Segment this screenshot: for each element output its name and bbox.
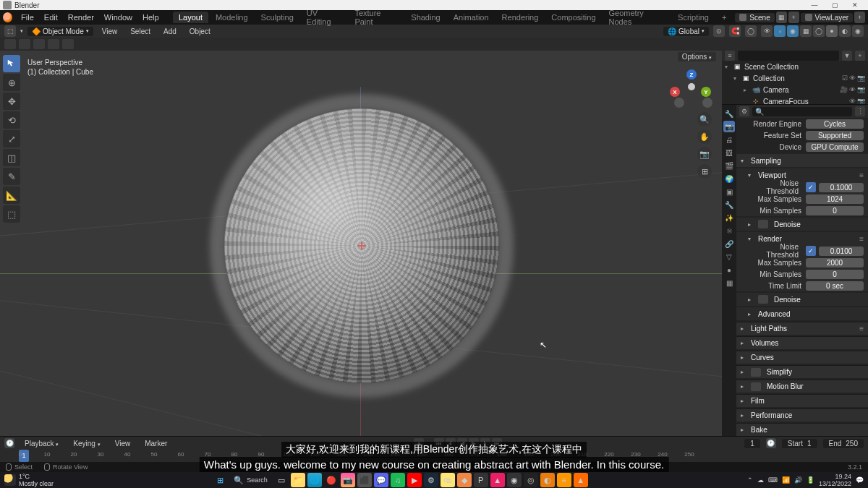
pan-icon[interactable]: ✋ bbox=[697, 129, 712, 144]
props-search-input[interactable]: 🔍 bbox=[752, 107, 852, 116]
app-sublime-icon[interactable]: ≡ bbox=[557, 473, 571, 487]
props-editor-icon[interactable]: ⚙ bbox=[739, 106, 749, 116]
select-box-tool[interactable] bbox=[3, 55, 20, 72]
preview-range-icon[interactable]: 🕐 bbox=[766, 438, 776, 448]
performance-panel-header[interactable]: ▸Performance bbox=[736, 408, 868, 421]
workspace-tab-geonodes[interactable]: Geometry Nodes bbox=[603, 7, 671, 27]
simplify-checkbox[interactable] bbox=[751, 368, 761, 377]
start-frame-field[interactable]: Start 1 bbox=[782, 439, 817, 448]
motionblur-checkbox[interactable] bbox=[751, 382, 761, 391]
render-min-field[interactable]: 0 bbox=[806, 270, 864, 279]
menu-file[interactable]: File bbox=[17, 13, 38, 22]
app-obs-icon[interactable]: ◎ bbox=[524, 473, 538, 487]
prop-tab-modifier[interactable]: 🔧 bbox=[723, 199, 735, 210]
menu-edit[interactable]: Edit bbox=[40, 13, 62, 22]
tray-volume-icon[interactable]: 🔊 bbox=[794, 476, 802, 484]
prop-tab-texture[interactable]: ▦ bbox=[723, 277, 735, 288]
add-cube-tool[interactable]: ⬚ bbox=[3, 205, 20, 223]
annotate-tool[interactable]: ✎ bbox=[3, 168, 20, 185]
app-blender-icon[interactable]: ◐ bbox=[540, 473, 555, 487]
render-icon[interactable]: 📷 bbox=[857, 74, 865, 82]
axis-z-icon[interactable]: Z bbox=[686, 69, 697, 80]
filter-icon[interactable]: ▼ bbox=[842, 51, 852, 61]
app-spotify-icon[interactable]: ♫ bbox=[391, 473, 405, 487]
prop-tab-material[interactable]: ● bbox=[723, 264, 735, 275]
lightpaths-panel-header[interactable]: ▸Light Paths≡ bbox=[736, 322, 868, 335]
cursor-tool[interactable]: ⊕ bbox=[3, 74, 20, 91]
denoise-checkbox[interactable] bbox=[758, 295, 768, 304]
pivot-icon[interactable]: ⊙ bbox=[713, 25, 725, 37]
app-edge-icon[interactable]: 🌐 bbox=[307, 473, 322, 487]
snap-icon[interactable]: 🧲 bbox=[729, 25, 741, 37]
workspace-tab-scripting[interactable]: Scripting bbox=[672, 12, 715, 23]
tl-marker[interactable]: Marker bbox=[140, 440, 171, 448]
zoom-icon[interactable]: 🔍 bbox=[697, 112, 712, 127]
minimize-button[interactable]: — bbox=[804, 0, 825, 10]
prop-tab-object[interactable]: ▣ bbox=[723, 186, 735, 197]
weather-widget[interactable]: 1°CMostly clear bbox=[4, 473, 54, 487]
header-object[interactable]: Object bbox=[185, 27, 215, 35]
menu-help[interactable]: Help bbox=[138, 13, 163, 22]
workspace-tab-shading[interactable]: Shading bbox=[405, 12, 446, 23]
app-store-icon[interactable]: 🛍 bbox=[441, 473, 455, 487]
app-vlc-icon[interactable]: ▲ bbox=[574, 473, 588, 487]
transform-tool[interactable]: ◫ bbox=[3, 149, 20, 166]
prop-tab-data[interactable]: ▽ bbox=[723, 251, 735, 262]
camera-data-icon[interactable]: 🎥 bbox=[840, 86, 848, 93]
shading-rendered-icon[interactable]: ◉ bbox=[852, 25, 864, 37]
viewport-noise-field[interactable]: 0.1000 bbox=[819, 183, 864, 192]
eye-icon[interactable]: 👁 bbox=[849, 98, 856, 104]
header-select[interactable]: Select bbox=[126, 27, 155, 35]
xray-icon[interactable]: ▦ bbox=[800, 25, 812, 37]
app-discord-icon[interactable]: 💬 bbox=[374, 473, 388, 487]
noise-checkbox[interactable]: ✓ bbox=[806, 182, 816, 192]
orientation-dropdown[interactable]: 🌐 Global ▾ bbox=[663, 27, 709, 36]
move-tool[interactable]: ✥ bbox=[3, 93, 20, 110]
sampling-panel-header[interactable]: ▾Sampling bbox=[736, 154, 868, 167]
end-frame-field[interactable]: End 250 bbox=[823, 439, 864, 448]
shading-wire-icon[interactable]: ◯ bbox=[813, 25, 825, 37]
menu-window[interactable]: Window bbox=[100, 13, 137, 22]
device-dropdown[interactable]: GPU Compute bbox=[806, 142, 864, 152]
workspace-tab-sculpting[interactable]: Sculpting bbox=[255, 12, 299, 23]
curves-panel-header[interactable]: ▸Curves bbox=[736, 351, 868, 364]
mode-dropdown[interactable]: 🔶 Object Mode ▾ bbox=[27, 27, 93, 36]
overlay-toggle-icon[interactable]: ◉ bbox=[787, 25, 799, 37]
gizmo-toggle-icon[interactable]: ⬨ bbox=[774, 25, 786, 37]
header-view[interactable]: View bbox=[98, 27, 122, 35]
list-icon[interactable]: ≡ bbox=[859, 235, 864, 243]
select-mode-icon-2[interactable] bbox=[19, 39, 30, 49]
workspace-tab-compositing[interactable]: Compositing bbox=[545, 12, 601, 23]
scene-browse-icon[interactable]: ▦ bbox=[776, 12, 787, 23]
outliner-item-camera[interactable]: ▸📹Camera 🎥👁📷 bbox=[722, 84, 868, 95]
close-button[interactable]: ✕ bbox=[845, 0, 865, 10]
rotate-tool[interactable]: ⟲ bbox=[3, 111, 20, 129]
render-engine-dropdown[interactable]: Cycles bbox=[806, 119, 864, 129]
navigation-gizmo[interactable]: Z X Y bbox=[670, 65, 713, 108]
prop-tab-output[interactable]: 🖨 bbox=[723, 134, 735, 145]
tray-cloud-icon[interactable]: ☁ bbox=[757, 476, 764, 484]
app-instagram-icon[interactable]: 📷 bbox=[341, 473, 355, 487]
advanced-panel-header[interactable]: ▸Advanced bbox=[736, 307, 868, 320]
taskview-icon[interactable]: ▭ bbox=[274, 473, 289, 487]
axis-neg-icon[interactable] bbox=[702, 98, 712, 108]
denoise-vp-panel-header[interactable]: ▸Denoise bbox=[736, 218, 868, 231]
tray-wifi-icon[interactable]: 📶 bbox=[782, 476, 790, 484]
outliner-editor-icon[interactable]: ≡ bbox=[725, 51, 735, 61]
volumes-panel-header[interactable]: ▸Volumes bbox=[736, 336, 868, 349]
film-panel-header[interactable]: ▸Film bbox=[736, 394, 868, 407]
workspace-tab-texturepaint[interactable]: Texture Paint bbox=[349, 7, 404, 27]
feature-set-dropdown[interactable]: Supported bbox=[806, 131, 864, 140]
workspace-tab-animation[interactable]: Animation bbox=[448, 12, 495, 23]
bake-panel-header[interactable]: ▸Bake bbox=[736, 423, 868, 436]
workspace-tab-uvediting[interactable]: UV Editing bbox=[301, 7, 348, 27]
app-icon[interactable]: ⬛ bbox=[357, 473, 372, 487]
render-max-field[interactable]: 2000 bbox=[806, 258, 864, 267]
props-options-icon[interactable]: ⋮ bbox=[855, 106, 865, 116]
tray-chevron-icon[interactable]: ⌃ bbox=[747, 476, 753, 484]
tray-lang-icon[interactable]: ⌨ bbox=[768, 476, 778, 484]
shading-solid-icon[interactable]: ● bbox=[826, 25, 838, 37]
camera-view-icon[interactable]: 📷 bbox=[697, 147, 712, 161]
start-button[interactable]: ⊞ bbox=[213, 473, 227, 487]
editor-type-icon[interactable]: ⬚ bbox=[4, 25, 16, 37]
